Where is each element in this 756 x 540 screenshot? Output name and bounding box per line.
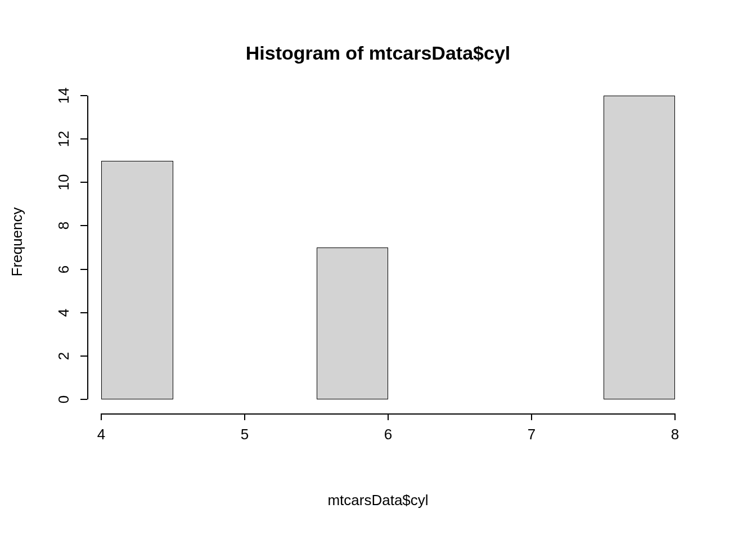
chart-title: Histogram of mtcarsData$cyl [0, 42, 756, 64]
histogram-bar [317, 248, 389, 399]
y-tick-label: 14 [55, 88, 73, 104]
x-tick-label: 7 [528, 426, 536, 443]
y-tick-label: 12 [55, 131, 73, 147]
y-tick [80, 138, 87, 140]
y-axis-line [87, 96, 88, 399]
x-tick [101, 413, 102, 420]
x-tick-label: 8 [671, 426, 679, 443]
y-tick-label: 10 [55, 174, 73, 191]
x-tick [244, 413, 245, 420]
histogram-bar [101, 161, 173, 399]
x-tick-label: 4 [97, 426, 105, 443]
x-tick [388, 413, 389, 420]
y-tick [80, 182, 87, 183]
y-tick-label: 2 [55, 352, 73, 360]
plot-area [101, 96, 675, 399]
y-tick [80, 225, 87, 226]
y-tick [80, 312, 87, 313]
y-axis-label: Frequency [8, 208, 26, 277]
x-tick [674, 413, 676, 420]
x-tick-label: 5 [241, 426, 249, 443]
y-tick-label: 4 [55, 308, 73, 316]
y-tick [80, 356, 87, 357]
y-tick [80, 399, 87, 400]
x-axis-label: mtcarsData$cyl [0, 492, 756, 509]
x-tick-label: 6 [384, 426, 392, 443]
histogram-bar [604, 96, 676, 399]
y-tick-label: 8 [55, 222, 73, 230]
y-tick-label: 6 [55, 265, 73, 273]
x-tick [531, 413, 532, 420]
y-tick-label: 0 [55, 395, 73, 403]
y-tick [80, 269, 87, 270]
histogram-chart: Histogram of mtcarsData$cyl Frequency 02… [0, 0, 756, 540]
y-tick [80, 95, 87, 96]
